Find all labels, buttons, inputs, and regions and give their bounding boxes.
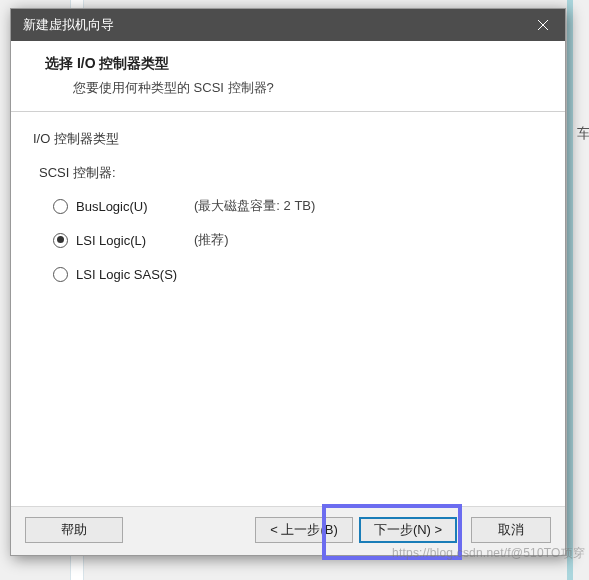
- wizard-dialog: 新建虚拟机向导 选择 I/O 控制器类型 您要使用何种类型的 SCSI 控制器?…: [10, 8, 566, 556]
- radio-icon[interactable]: [53, 199, 68, 214]
- scsi-label: SCSI 控制器:: [39, 164, 543, 182]
- radio-icon[interactable]: [53, 267, 68, 282]
- next-button[interactable]: 下一步(N) >: [359, 517, 457, 543]
- radio-note: (最大磁盘容量: 2 TB): [194, 197, 315, 215]
- radio-icon[interactable]: [53, 233, 68, 248]
- radio-label: LSI Logic SAS(S): [76, 267, 194, 282]
- radio-option-lsilogicsas[interactable]: LSI Logic SAS(S): [53, 264, 543, 284]
- radio-label: BusLogic(U): [76, 199, 194, 214]
- background-vertical-bar: [567, 0, 573, 580]
- titlebar: 新建虚拟机向导: [11, 9, 565, 41]
- wizard-content: I/O 控制器类型 SCSI 控制器: BusLogic(U) (最大磁盘容量:…: [11, 112, 565, 506]
- radio-option-lsilogic[interactable]: LSI Logic(L) (推荐): [53, 230, 543, 250]
- close-button[interactable]: [521, 9, 565, 41]
- watermark-text: https://blog.csdn.net/f@510TO项穿: [392, 545, 585, 562]
- back-button[interactable]: < 上一步(B): [255, 517, 353, 543]
- background-char: 车: [577, 125, 589, 143]
- radio-option-buslogic[interactable]: BusLogic(U) (最大磁盘容量: 2 TB): [53, 196, 543, 216]
- cancel-button[interactable]: 取消: [471, 517, 551, 543]
- close-icon: [537, 19, 549, 31]
- wizard-header-subtitle: 您要使用何种类型的 SCSI 控制器?: [73, 79, 545, 97]
- help-button[interactable]: 帮助: [25, 517, 123, 543]
- wizard-header-title: 选择 I/O 控制器类型: [45, 55, 545, 73]
- window-title: 新建虚拟机向导: [23, 16, 114, 34]
- section-label: I/O 控制器类型: [33, 130, 543, 148]
- wizard-header: 选择 I/O 控制器类型 您要使用何种类型的 SCSI 控制器?: [11, 41, 565, 111]
- radio-note: (推荐): [194, 231, 229, 249]
- radio-label: LSI Logic(L): [76, 233, 194, 248]
